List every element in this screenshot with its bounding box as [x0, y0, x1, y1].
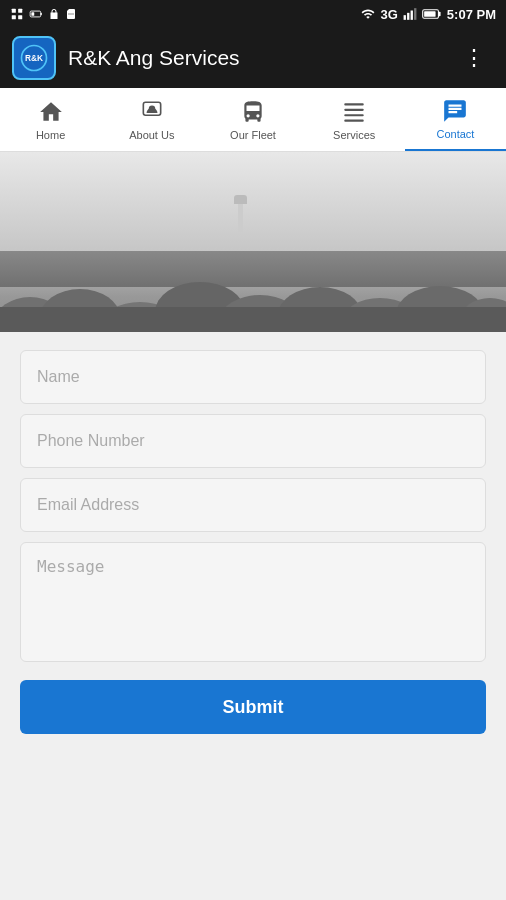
svg-rect-5	[41, 13, 42, 15]
lock-icon	[48, 7, 60, 21]
tab-contact-label: Contact	[436, 128, 474, 140]
home-icon	[37, 98, 65, 126]
svg-rect-7	[403, 15, 405, 20]
svg-rect-13	[424, 11, 435, 17]
email-input[interactable]	[20, 478, 486, 532]
nav-tabs: Home About Us Our Fleet	[0, 88, 506, 152]
message-input[interactable]	[20, 542, 486, 662]
status-left-icons	[10, 7, 77, 21]
tab-about-label: About Us	[129, 129, 174, 141]
status-right-icons: 3G 5:07 PM	[360, 7, 496, 22]
message-icon	[441, 97, 469, 125]
svg-rect-31	[0, 307, 506, 332]
svg-rect-0	[12, 9, 16, 13]
tab-services[interactable]: Services	[304, 88, 405, 151]
svg-rect-20	[344, 114, 364, 116]
status-bar: 3G 5:07 PM	[0, 0, 506, 28]
rocky-shore	[0, 252, 506, 332]
svg-rect-19	[344, 109, 364, 111]
wifi-icon	[360, 7, 376, 21]
signal-icon	[403, 7, 417, 21]
svg-rect-12	[438, 12, 440, 16]
tab-home[interactable]: Home	[0, 88, 101, 151]
svg-rect-2	[12, 15, 16, 19]
sd-card-icon	[65, 7, 77, 21]
name-input[interactable]	[20, 350, 486, 404]
svg-rect-8	[407, 13, 409, 20]
tab-fleet[interactable]: Our Fleet	[202, 88, 303, 151]
svg-rect-9	[410, 11, 412, 20]
network-label: 3G	[381, 7, 398, 22]
phone-input[interactable]	[20, 414, 486, 468]
app-logo: R&K	[12, 36, 56, 80]
svg-text:R&K: R&K	[25, 53, 43, 63]
tab-fleet-label: Our Fleet	[230, 129, 276, 141]
logo-icon: R&K	[19, 43, 49, 73]
list-icon	[340, 98, 368, 126]
submit-button[interactable]: Submit	[20, 680, 486, 734]
svg-rect-10	[414, 8, 416, 20]
lighthouse-tower	[238, 202, 243, 232]
svg-rect-3	[18, 15, 22, 19]
svg-rect-1	[18, 9, 22, 13]
person-icon	[138, 98, 166, 126]
app-title: R&K Ang Services	[68, 46, 443, 70]
overflow-menu-button[interactable]: ⋮	[455, 41, 494, 75]
status-time: 5:07 PM	[447, 7, 496, 22]
notification-icon	[10, 7, 24, 21]
bus-icon	[239, 98, 267, 126]
hero-image	[0, 152, 506, 332]
tab-contact[interactable]: Contact	[405, 88, 506, 151]
tab-services-label: Services	[333, 129, 375, 141]
battery-alert-icon	[29, 7, 43, 21]
tab-about[interactable]: About Us	[101, 88, 202, 151]
contact-form: Submit	[0, 332, 506, 752]
lighthouse-top	[234, 195, 247, 204]
svg-rect-21	[344, 120, 364, 122]
svg-rect-18	[344, 103, 364, 105]
svg-rect-6	[31, 12, 34, 16]
app-bar: R&K R&K Ang Services ⋮	[0, 28, 506, 88]
battery-icon	[422, 8, 442, 20]
tab-home-label: Home	[36, 129, 65, 141]
